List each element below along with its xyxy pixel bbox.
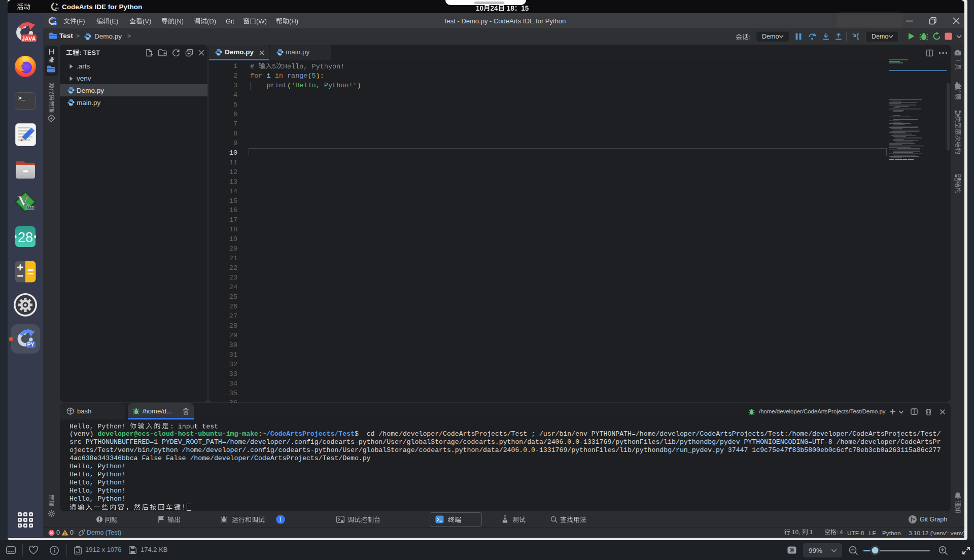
svg-text:PY: PY: [53, 23, 56, 25]
svg-text:JAVA: JAVA: [22, 36, 36, 42]
svg-text:PY: PY: [55, 7, 59, 10]
svg-text:>_: >_: [18, 95, 25, 101]
svg-text:28: 28: [18, 230, 33, 245]
svg-text:im: im: [26, 203, 34, 211]
svg-text:PY: PY: [27, 341, 34, 347]
